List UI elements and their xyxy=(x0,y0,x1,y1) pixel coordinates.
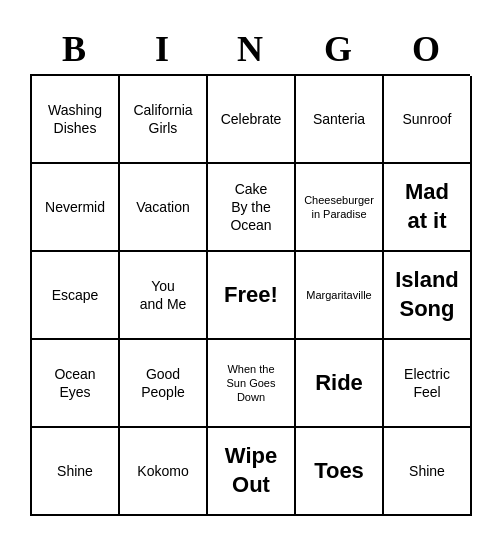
bingo-cell-10: Escape xyxy=(32,252,120,340)
cell-text-18: Ride xyxy=(315,369,363,398)
cell-text-3: Santeria xyxy=(313,110,365,128)
cell-text-15: OceanEyes xyxy=(54,365,95,401)
cell-text-6: Vacation xyxy=(136,198,189,216)
bingo-cell-15: OceanEyes xyxy=(32,340,120,428)
bingo-cell-4: Sunroof xyxy=(384,76,472,164)
cell-text-22: WipeOut xyxy=(225,442,277,499)
cell-text-1: CaliforniaGirls xyxy=(133,101,192,137)
bingo-card: BINGO WashingDishesCaliforniaGirlsCelebr… xyxy=(20,18,480,526)
cell-text-4: Sunroof xyxy=(402,110,451,128)
cell-text-21: Kokomo xyxy=(137,462,188,480)
bingo-cell-5: Nevermid xyxy=(32,164,120,252)
bingo-cell-1: CaliforniaGirls xyxy=(120,76,208,164)
cell-text-23: Toes xyxy=(314,457,364,486)
bingo-grid: WashingDishesCaliforniaGirlsCelebrateSan… xyxy=(30,74,470,516)
cell-text-16: GoodPeople xyxy=(141,365,185,401)
bingo-cell-14: IslandSong xyxy=(384,252,472,340)
bingo-cell-22: WipeOut xyxy=(208,428,296,516)
cell-text-14: IslandSong xyxy=(395,266,459,323)
cell-text-9: Madat it xyxy=(405,178,449,235)
bingo-cell-9: Madat it xyxy=(384,164,472,252)
cell-text-20: Shine xyxy=(57,462,93,480)
bingo-cell-23: Toes xyxy=(296,428,384,516)
bingo-cell-8: Cheeseburgerin Paradise xyxy=(296,164,384,252)
cell-text-13: Margaritaville xyxy=(306,288,371,302)
cell-text-24: Shine xyxy=(409,462,445,480)
bingo-cell-13: Margaritaville xyxy=(296,252,384,340)
cell-text-12: Free! xyxy=(224,281,278,310)
bingo-cell-0: WashingDishes xyxy=(32,76,120,164)
bingo-cell-18: Ride xyxy=(296,340,384,428)
bingo-letter-b: B xyxy=(32,28,116,70)
bingo-cell-3: Santeria xyxy=(296,76,384,164)
bingo-cell-19: ElectricFeel xyxy=(384,340,472,428)
bingo-title: BINGO xyxy=(30,28,470,70)
cell-text-7: CakeBy theOcean xyxy=(230,180,271,235)
cell-text-0: WashingDishes xyxy=(48,101,102,137)
bingo-cell-20: Shine xyxy=(32,428,120,516)
cell-text-5: Nevermid xyxy=(45,198,105,216)
bingo-letter-g: G xyxy=(296,28,380,70)
cell-text-17: When theSun GoesDown xyxy=(227,362,276,405)
bingo-cell-16: GoodPeople xyxy=(120,340,208,428)
bingo-letter-n: N xyxy=(208,28,292,70)
bingo-cell-2: Celebrate xyxy=(208,76,296,164)
bingo-cell-7: CakeBy theOcean xyxy=(208,164,296,252)
cell-text-10: Escape xyxy=(52,286,99,304)
bingo-cell-17: When theSun GoesDown xyxy=(208,340,296,428)
bingo-letter-i: I xyxy=(120,28,204,70)
bingo-cell-6: Vacation xyxy=(120,164,208,252)
bingo-cell-12: Free! xyxy=(208,252,296,340)
bingo-cell-11: Youand Me xyxy=(120,252,208,340)
cell-text-8: Cheeseburgerin Paradise xyxy=(304,193,374,222)
cell-text-19: ElectricFeel xyxy=(404,365,450,401)
bingo-cell-24: Shine xyxy=(384,428,472,516)
cell-text-2: Celebrate xyxy=(221,110,282,128)
bingo-letter-o: O xyxy=(384,28,468,70)
cell-text-11: Youand Me xyxy=(140,277,187,313)
bingo-cell-21: Kokomo xyxy=(120,428,208,516)
